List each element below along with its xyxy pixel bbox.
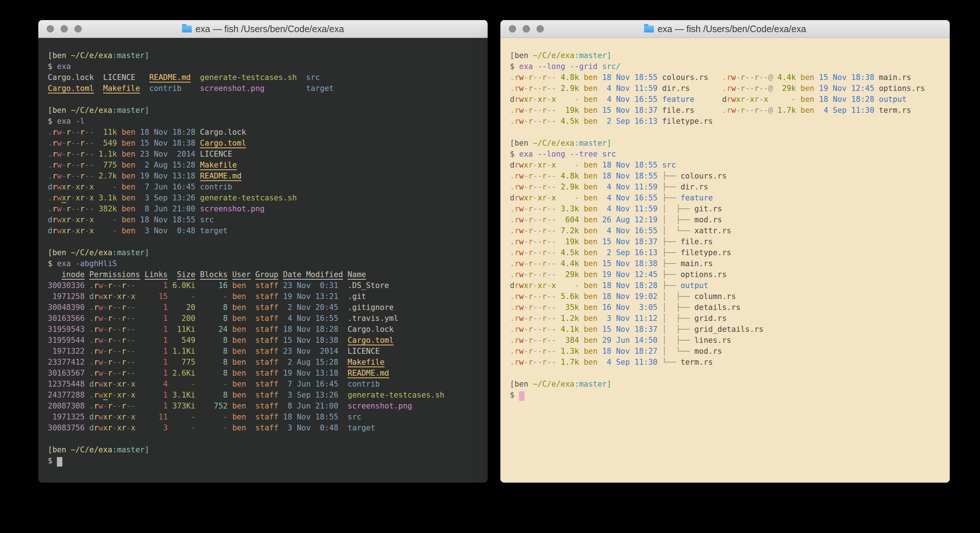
- text-segment: ben: [584, 237, 602, 246]
- text-segment: --: [71, 172, 80, 180]
- text-segment: --: [533, 270, 542, 279]
- text-segment: w: [99, 336, 103, 345]
- text-segment: r: [754, 84, 759, 93]
- text-segment: 4 Sep 11:30: [819, 106, 878, 115]
- text-segment: r: [94, 336, 99, 345]
- text-segment: --: [126, 314, 135, 323]
- text-segment: -: [524, 117, 528, 126]
- zoom-button[interactable]: [75, 25, 82, 32]
- traffic-lights: [47, 25, 82, 32]
- text-segment: r: [66, 161, 71, 169]
- terminal-window-right: exa — fish /Users/ben/Code/exa/exa [ben …: [500, 20, 950, 483]
- text-segment: 18 Nov 18:55: [283, 413, 348, 421]
- text-segment: r: [528, 248, 533, 257]
- text-segment: 15 Nov 18:38: [140, 139, 200, 147]
- terminal-content-right[interactable]: [ben ~/C/e/exa:master]$ exa --long --gri…: [500, 38, 950, 483]
- text-segment: -: [103, 369, 108, 378]
- text-segment: exa: [57, 259, 71, 268]
- text-segment: 8: [200, 336, 232, 345]
- close-button[interactable]: [509, 25, 516, 32]
- text-segment: ben: [800, 73, 819, 82]
- text-segment: ben staff: [232, 369, 283, 378]
- text-segment: --: [84, 161, 94, 169]
- text-segment: -: [524, 347, 528, 356]
- text-segment: .: [510, 106, 515, 115]
- text-segment: w: [99, 292, 103, 301]
- text-segment: ben staff: [232, 303, 283, 312]
- terminal-line: .rw-r--r-- 19k ben 15 Nov 18:37 file.rs …: [510, 105, 944, 116]
- text-segment: 18 Nov 18:28: [602, 281, 662, 290]
- text-segment: [94, 73, 103, 82]
- text-segment: r: [542, 303, 547, 312]
- text-segment: x: [62, 227, 66, 235]
- text-segment: options.rs: [681, 270, 727, 279]
- text-segment: [ben: [510, 380, 533, 388]
- text-segment: x: [89, 227, 94, 235]
- terminal-line: $ exa --long --tree src: [510, 148, 944, 160]
- text-segment: mod.rs: [694, 215, 722, 224]
- text-segment: Blocks: [200, 270, 228, 279]
- text-segment: target: [306, 84, 334, 93]
- text-segment: 26 Aug 12:19: [602, 215, 662, 224]
- text-segment: @: [768, 73, 773, 82]
- text-segment: w: [99, 358, 103, 367]
- text-segment: -: [736, 84, 741, 93]
- text-segment: -: [524, 227, 528, 235]
- text-segment: -: [84, 193, 89, 202]
- text-segment: -: [112, 380, 117, 388]
- terminal-line: drwxr-xr-x - ben 4 Nov 16:55 ├── feature: [510, 192, 944, 203]
- minimize-button[interactable]: [60, 25, 68, 32]
- text-segment: 2.9k: [556, 84, 584, 93]
- text-segment: r: [727, 95, 731, 104]
- terminal-line: drwxr-xr-x - ben 18 Nov 18:28 ├── output: [510, 280, 944, 291]
- text-segment: d: [89, 413, 94, 421]
- text-segment: x: [103, 423, 108, 432]
- text-segment: --: [71, 150, 80, 158]
- text-segment: --: [533, 182, 542, 191]
- text-segment: r: [52, 204, 57, 213]
- text-segment: r: [528, 95, 533, 104]
- text-segment: -: [524, 259, 528, 268]
- text-segment: .: [89, 347, 94, 356]
- text-segment: r: [121, 347, 126, 356]
- zoom-button[interactable]: [536, 25, 544, 32]
- text-segment: ├──: [662, 193, 681, 202]
- text-segment: x: [117, 413, 122, 421]
- text-segment: -: [103, 347, 108, 356]
- text-segment: r: [121, 358, 126, 367]
- text-segment: ben: [121, 182, 140, 191]
- text-segment: x: [131, 413, 136, 421]
- text-segment: .: [510, 259, 515, 268]
- text-segment: r: [121, 292, 126, 301]
- text-segment: ben: [584, 84, 602, 93]
- text-segment: 200: [172, 314, 200, 323]
- text-segment: 18 Nov 18:27: [602, 347, 662, 356]
- text-segment: r: [52, 227, 57, 235]
- text-segment: --: [759, 84, 768, 93]
- text-segment: r: [528, 84, 533, 93]
- text-segment: LICENCE: [103, 73, 136, 82]
- titlebar-left[interactable]: exa — fish /Users/ben/Code/exa/exa: [38, 20, 488, 38]
- text-segment: r: [515, 73, 519, 82]
- terminal-cursor: [57, 457, 62, 466]
- text-segment: 8: [200, 347, 232, 356]
- text-segment: r: [108, 336, 112, 345]
- text-segment: -: [71, 193, 75, 202]
- terminal-content-left[interactable]: [ben ~/C/e/exa:master]$ exaCargo.lock LI…: [38, 38, 488, 483]
- text-segment: term.rs: [879, 106, 912, 115]
- text-segment: --: [533, 73, 542, 82]
- text-segment: r: [515, 336, 519, 345]
- terminal-line: [ben ~/C/e/exa:master]: [510, 50, 944, 61]
- terminal-line: $: [48, 455, 482, 466]
- terminal-line: .rw-r--r-- 4.5k ben 2 Sep 16:13 ├── file…: [510, 247, 944, 258]
- text-segment: w: [57, 139, 62, 147]
- text-segment: ben staff: [232, 358, 283, 367]
- text-segment: r: [515, 314, 519, 323]
- text-segment: r: [52, 215, 57, 224]
- text-segment: file.rs: [681, 237, 713, 246]
- minimize-button[interactable]: [523, 25, 530, 32]
- text-segment: 382k: [94, 204, 122, 213]
- close-button[interactable]: [47, 25, 54, 32]
- titlebar-right[interactable]: exa — fish /Users/ben/Code/exa/exa: [500, 20, 950, 38]
- text-segment: [71, 117, 75, 126]
